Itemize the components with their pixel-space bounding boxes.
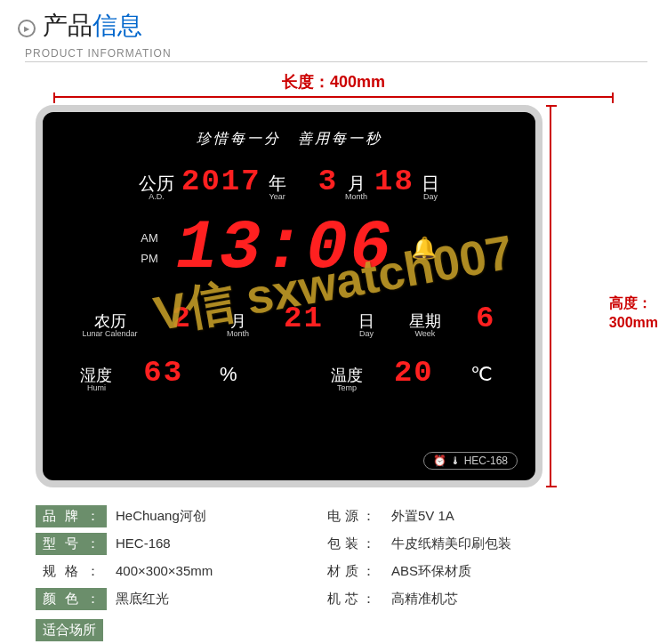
lunar-month: 2 bbox=[173, 302, 192, 335]
specs-table: 品牌： HeChuang河创 电源： 外置5V 1A 型号： HEC-168 包… bbox=[0, 505, 667, 644]
ampm-indicator: AM PM bbox=[141, 224, 158, 272]
bell-icon: 🔔 bbox=[411, 236, 438, 261]
week-label-cn: 星期 bbox=[409, 313, 441, 329]
ad-label-cn: 公历 bbox=[139, 174, 174, 192]
header: 产品信息 bbox=[0, 0, 667, 47]
pack-value: 牛皮纸精美印刷包装 bbox=[391, 533, 614, 555]
height-dimension: 高度： 300mm bbox=[609, 294, 658, 334]
movement-value: 高精准机芯 bbox=[391, 588, 614, 610]
year-value: 2017 bbox=[181, 165, 261, 198]
month-value: 3 bbox=[318, 165, 338, 198]
humi-value: 63 bbox=[143, 356, 183, 390]
month-unit-en: Month bbox=[345, 192, 367, 201]
page-title: 产品信息 bbox=[43, 9, 142, 43]
power-label: 电源： bbox=[320, 505, 382, 527]
clock-device: 珍惜每一分 善用每一秒 公历A.D. 2017 年Year 3 月Month 1… bbox=[36, 105, 542, 487]
day-unit-en: Day bbox=[422, 192, 439, 201]
am-label: AM bbox=[141, 231, 158, 245]
week-value: 6 bbox=[476, 302, 495, 335]
lunar-label-cn: 农历 bbox=[83, 313, 138, 329]
model-label: 型号： bbox=[36, 533, 107, 555]
temp-label-en: Temp bbox=[331, 383, 363, 392]
week-label-en: Week bbox=[409, 329, 441, 338]
model-badge: ⏰ 🌡 HEC-168 bbox=[423, 452, 518, 470]
month-unit-cn: 月 bbox=[345, 174, 367, 192]
time-value: 13:06 bbox=[176, 217, 393, 279]
motto-text: 珍惜每一分 善用每一秒 bbox=[65, 130, 513, 149]
material-label: 材质： bbox=[320, 560, 382, 583]
brand-value: HeChuang河创 bbox=[116, 505, 311, 527]
thermo-icon: 🌡 bbox=[450, 455, 461, 467]
lunar-label-en: Lunar Calendar bbox=[83, 329, 138, 338]
ad-label-en: A.D. bbox=[139, 192, 174, 201]
bullet-icon bbox=[18, 20, 36, 37]
color-label: 颜色： bbox=[36, 588, 107, 610]
alarm-icon: ⏰ bbox=[433, 455, 446, 467]
brand-label: 品牌： bbox=[36, 505, 107, 527]
humi-label-en: Humi bbox=[80, 383, 112, 392]
width-bar bbox=[53, 96, 614, 98]
temp-value: 20 bbox=[394, 356, 434, 390]
day-value: 18 bbox=[374, 165, 414, 198]
year-unit-en: Year bbox=[269, 192, 286, 201]
pack-label: 包装： bbox=[320, 533, 382, 555]
height-bar bbox=[550, 105, 551, 487]
movement-label: 机芯： bbox=[320, 588, 382, 610]
size-value: 400×300×35mm bbox=[116, 560, 311, 583]
places-label: 适合场所 bbox=[36, 619, 103, 641]
width-dimension: 长度：400mm bbox=[36, 71, 631, 93]
day-unit-cn: 日 bbox=[422, 174, 439, 192]
model-value: HEC-168 bbox=[116, 533, 311, 555]
temp-label-cn: 温度 bbox=[331, 367, 363, 383]
power-value: 外置5V 1A bbox=[391, 505, 614, 527]
lunar-day: 21 bbox=[284, 302, 324, 335]
size-label: 规格： bbox=[36, 560, 107, 583]
title-part1: 产品 bbox=[43, 12, 92, 39]
page-subtitle: PRODUCT INFORMATION bbox=[25, 47, 647, 62]
year-unit-cn: 年 bbox=[269, 174, 286, 192]
temp-unit: ℃ bbox=[470, 363, 493, 386]
color-value: 黑底红光 bbox=[116, 588, 311, 610]
title-part2: 信息 bbox=[92, 12, 142, 39]
model-text: HEC-168 bbox=[464, 455, 508, 467]
material-value: ABS环保材质 bbox=[391, 560, 614, 583]
product-area: 长度：400mm 珍惜每一分 善用每一秒 公历A.D. 2017 年Year 3… bbox=[0, 62, 667, 505]
humi-label-cn: 湿度 bbox=[80, 367, 112, 383]
pm-label: PM bbox=[141, 252, 158, 265]
humi-unit: % bbox=[220, 363, 237, 386]
